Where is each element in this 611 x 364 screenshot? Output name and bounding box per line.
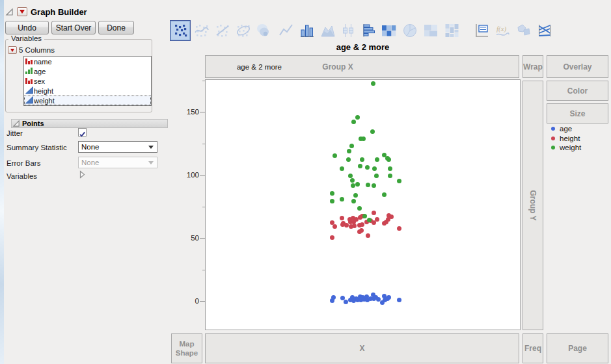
treemap-icon[interactable] bbox=[422, 21, 440, 40]
data-point-weight[interactable] bbox=[353, 193, 358, 198]
red-triangle-menu-button[interactable] bbox=[17, 7, 27, 16]
data-point-weight[interactable] bbox=[357, 206, 362, 211]
data-point-height[interactable] bbox=[340, 222, 345, 227]
data-point-weight[interactable] bbox=[387, 157, 391, 162]
data-point-weight[interactable] bbox=[355, 182, 360, 187]
data-point-weight[interactable] bbox=[340, 166, 344, 171]
parallel-icon[interactable] bbox=[536, 21, 554, 40]
data-point-weight[interactable] bbox=[351, 199, 356, 203]
data-point-weight[interactable] bbox=[350, 178, 355, 183]
summary-statistic-select[interactable]: None bbox=[78, 141, 157, 153]
data-point-weight[interactable] bbox=[355, 115, 360, 120]
undo-button[interactable]: Undo bbox=[5, 21, 49, 34]
data-point-weight[interactable] bbox=[340, 197, 344, 202]
smoother-icon[interactable] bbox=[193, 21, 211, 40]
data-point-weight[interactable] bbox=[330, 191, 334, 196]
line-icon[interactable] bbox=[277, 21, 295, 40]
line-of-fit-icon[interactable] bbox=[213, 21, 232, 40]
data-point-weight[interactable] bbox=[388, 174, 392, 178]
color-drop-zone[interactable]: Color bbox=[547, 81, 608, 101]
data-point-age[interactable] bbox=[397, 298, 401, 302]
data-point-height[interactable] bbox=[340, 216, 344, 220]
data-point-weight[interactable] bbox=[370, 129, 375, 134]
plot-area[interactable] bbox=[205, 79, 521, 330]
points-collapse-triangle-icon[interactable] bbox=[12, 120, 20, 127]
done-button[interactable]: Done bbox=[98, 21, 134, 34]
columns-listbox[interactable]: nameagesexheightweight bbox=[23, 56, 152, 106]
data-point-height[interactable] bbox=[330, 235, 334, 240]
points-icon[interactable] bbox=[170, 20, 191, 41]
legend-item-weight: weight bbox=[550, 143, 581, 152]
data-point-weight[interactable] bbox=[397, 179, 401, 183]
data-point-weight[interactable] bbox=[372, 183, 376, 188]
data-point-height[interactable] bbox=[372, 211, 376, 215]
data-point-weight[interactable] bbox=[358, 164, 362, 168]
data-point-weight[interactable] bbox=[361, 136, 366, 141]
group-x-variable-label[interactable]: age & 2 more bbox=[219, 56, 300, 77]
nominal-column-icon bbox=[25, 57, 34, 66]
y-tick-label: 50 bbox=[177, 233, 199, 242]
column-item-sex[interactable]: sex bbox=[24, 76, 151, 86]
group-y-drop-zone[interactable]: Group Y bbox=[523, 81, 543, 330]
overlay-drop-zone[interactable]: Overlay bbox=[547, 55, 608, 78]
data-point-weight[interactable] bbox=[351, 120, 356, 124]
data-point-height[interactable] bbox=[352, 224, 357, 228]
map-shape-drop-zone[interactable]: Map Shape bbox=[171, 333, 202, 363]
group-x-drop-zone[interactable]: age & 2 more Group X bbox=[205, 55, 519, 78]
column-item-height[interactable]: height bbox=[24, 86, 151, 96]
mosaic-icon[interactable] bbox=[442, 21, 461, 40]
page-drop-zone[interactable]: Page bbox=[547, 333, 608, 363]
data-point-weight[interactable] bbox=[349, 144, 354, 148]
data-point-age[interactable] bbox=[331, 295, 336, 300]
data-point-height[interactable] bbox=[357, 229, 362, 234]
data-point-height[interactable] bbox=[375, 217, 379, 222]
start-over-button[interactable]: Start Over bbox=[51, 21, 96, 34]
area-icon[interactable] bbox=[319, 21, 337, 40]
heatmap-icon[interactable] bbox=[379, 21, 398, 40]
variables-disclosure-icon[interactable] bbox=[79, 170, 85, 179]
data-point-weight[interactable] bbox=[365, 165, 370, 170]
data-point-weight[interactable] bbox=[362, 214, 367, 218]
data-point-height[interactable] bbox=[360, 222, 364, 227]
data-point-weight[interactable] bbox=[333, 153, 337, 158]
bar-icon[interactable] bbox=[298, 21, 316, 40]
size-drop-zone[interactable]: Size bbox=[547, 103, 608, 124]
data-point-weight[interactable] bbox=[366, 183, 370, 187]
data-point-weight[interactable] bbox=[347, 149, 351, 153]
box-plot-icon[interactable] bbox=[339, 21, 357, 40]
contour-icon[interactable] bbox=[254, 21, 273, 40]
data-point-weight[interactable] bbox=[374, 174, 379, 178]
data-point-weight[interactable] bbox=[330, 199, 334, 203]
histogram-icon[interactable] bbox=[360, 21, 378, 40]
pie-icon[interactable] bbox=[401, 21, 419, 40]
data-point-weight[interactable] bbox=[371, 81, 375, 86]
data-point-weight[interactable] bbox=[360, 157, 364, 162]
data-point-weight[interactable] bbox=[388, 166, 392, 171]
data-point-height[interactable] bbox=[333, 224, 337, 229]
data-point-age[interactable] bbox=[387, 295, 391, 300]
x-drop-zone[interactable]: X bbox=[205, 333, 519, 363]
map-shapes-icon[interactable] bbox=[515, 21, 533, 40]
caption-box-icon[interactable] bbox=[472, 21, 491, 40]
collapse-triangle-icon[interactable] bbox=[5, 8, 14, 16]
data-point-height[interactable] bbox=[366, 233, 370, 238]
column-item-age[interactable]: age bbox=[24, 66, 151, 76]
data-point-weight[interactable] bbox=[375, 157, 379, 162]
data-point-weight[interactable] bbox=[346, 157, 351, 162]
jitter-checkbox[interactable] bbox=[78, 128, 87, 136]
data-point-height[interactable] bbox=[386, 217, 390, 222]
ellipse-icon[interactable] bbox=[234, 21, 252, 40]
data-point-height[interactable] bbox=[397, 226, 401, 231]
data-point-weight[interactable] bbox=[348, 174, 353, 178]
formula-icon[interactable]: f(x) bbox=[493, 21, 511, 40]
freq-drop-zone[interactable]: Freq bbox=[523, 333, 543, 363]
column-item-name[interactable]: name bbox=[24, 57, 151, 66]
wrap-drop-zone[interactable]: Wrap bbox=[523, 55, 543, 78]
data-point-weight[interactable] bbox=[382, 192, 387, 197]
data-point-weight[interactable] bbox=[351, 183, 355, 188]
data-point-weight[interactable] bbox=[372, 166, 377, 171]
column-item-weight[interactable]: weight bbox=[24, 96, 151, 105]
columns-red-triangle-button[interactable] bbox=[8, 46, 17, 54]
points-panel-header[interactable]: Points bbox=[11, 119, 168, 128]
continuous-column-icon bbox=[25, 86, 34, 96]
